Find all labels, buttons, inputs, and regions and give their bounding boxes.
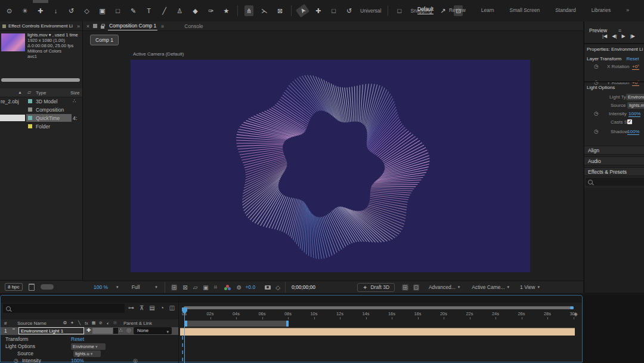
- fast-previews-dropdown[interactable]: Advanced...▾: [429, 284, 460, 290]
- workspace-overflow-chevrons[interactable]: »: [626, 7, 629, 13]
- snapping-checkbox[interactable]: □: [395, 5, 404, 16]
- camera-track-tool[interactable]: ◇: [82, 5, 91, 16]
- column-number[interactable]: #: [4, 321, 7, 326]
- switch-column-icon-0[interactable]: ❂: [62, 321, 68, 325]
- intensity-stopwatch-icon[interactable]: ◷: [594, 110, 599, 116]
- footage-name[interactable]: lights.mov ▾ , used 1 time: [27, 32, 78, 38]
- pen-tool[interactable]: ✎: [129, 5, 138, 16]
- intensity-value[interactable]: 100%: [628, 111, 640, 117]
- view-layout-dropdown[interactable]: 1 View▾: [520, 284, 540, 290]
- work-area-end-handle[interactable]: [286, 321, 289, 327]
- section-align[interactable]: Align: [584, 146, 644, 155]
- camera-orbit-tool[interactable]: ✚: [36, 5, 45, 16]
- workspace-libraries[interactable]: Libraries: [592, 7, 611, 13]
- zoom-tool[interactable]: ⊙: [5, 5, 14, 16]
- tab-console[interactable]: Console: [184, 23, 203, 29]
- renderer-icon-1[interactable]: ⊡: [413, 284, 419, 291]
- resolution-value[interactable]: Full: [132, 284, 140, 290]
- view-axis-mode[interactable]: ⊠: [275, 5, 284, 16]
- size-column-header[interactable]: Size: [70, 90, 80, 96]
- composition-viewport[interactable]: [131, 60, 530, 272]
- rectangle-tool[interactable]: □: [329, 5, 338, 16]
- switch-column-icon-5[interactable]: ⊘: [98, 321, 104, 325]
- magnification-value[interactable]: 100 %: [94, 284, 108, 290]
- transport-next-frame-button[interactable]: |▶: [630, 33, 635, 39]
- channels-icon[interactable]: [224, 285, 231, 290]
- comp-breadcrumb-button[interactable]: Comp 1: [90, 35, 119, 45]
- puppet-pin-tool[interactable]: ★: [222, 5, 231, 16]
- active-camera-label[interactable]: Active Camera (Default): [133, 51, 184, 57]
- draft-3d-button[interactable]: ✦ Draft 3D: [357, 283, 395, 292]
- hand-tool[interactable]: ✳: [20, 5, 29, 16]
- switch-cell[interactable]: [113, 328, 118, 334]
- comp-marker-bin-icon[interactable]: ◈: [574, 311, 578, 317]
- bit-depth-button[interactable]: 8 bpc: [5, 283, 23, 291]
- clone-stamp-tool[interactable]: ♙: [175, 5, 184, 16]
- type-tool[interactable]: T: [144, 5, 153, 16]
- switch-column-icon-2[interactable]: ╲: [76, 321, 82, 325]
- prop-row-transform[interactable]: Transform Reset: [1, 336, 178, 343]
- shy-icon[interactable]: ⊼: [140, 304, 144, 311]
- intensity-pickwhip-icon[interactable]: ◎: [133, 358, 138, 363]
- project-row-quicktime[interactable]: QuickTime4:: [0, 114, 82, 122]
- pan-behind-tool[interactable]: ▣: [98, 5, 107, 16]
- work-area-start-handle[interactable]: [185, 321, 187, 327]
- light-source-dropdown[interactable]: lights.mo: [627, 102, 644, 109]
- workspace-standard[interactable]: Standard: [555, 7, 576, 13]
- project-row-composition[interactable]: Composition: [0, 106, 82, 113]
- trash-icon[interactable]: [29, 284, 35, 291]
- parent-dropdown[interactable]: None ▾: [134, 327, 172, 334]
- roto-brush-tool[interactable]: ✑: [206, 5, 215, 16]
- selection-tool[interactable]: ➤: [296, 4, 309, 18]
- snapshot-camera-icon[interactable]: [265, 285, 271, 290]
- switch-column-icon-6[interactable]: ◐: [105, 321, 111, 325]
- add-vertex-tool[interactable]: ✚: [314, 5, 323, 16]
- render-toggle[interactable]: [41, 284, 54, 290]
- type-column-header[interactable]: Type: [36, 90, 46, 96]
- switch-column-icon-3[interactable]: fx: [83, 321, 89, 325]
- layer-duration-bar[interactable]: [180, 328, 575, 336]
- timeline-search-input[interactable]: [3, 304, 125, 313]
- camera-dolly-tool[interactable]: ↓: [51, 5, 60, 16]
- view-option-icon-1[interactable]: ⊠: [182, 284, 187, 291]
- switch-column-icon-1[interactable]: ✦: [69, 321, 75, 325]
- work-area-bar[interactable]: [185, 321, 289, 327]
- view-option-icon-4[interactable]: ⌗: [214, 284, 218, 291]
- footage-thumbnail[interactable]: [1, 33, 25, 51]
- parent-pickwhip-icon[interactable]: ◎: [126, 327, 131, 333]
- prop-row-intensity[interactable]: ◷ Intensity 100% ◎: [1, 358, 178, 363]
- eraser-tool[interactable]: ◆: [191, 5, 200, 16]
- prop-row-light-options[interactable]: Light Options Environme ▾: [1, 343, 178, 350]
- composition-flowchart-icon[interactable]: ⊶: [128, 304, 134, 311]
- section-effects-presets[interactable]: Effects & Presets: [584, 167, 644, 176]
- workspace-small-screen[interactable]: Small Screen: [510, 7, 540, 13]
- rotation-stopwatch-icon[interactable]: ◷: [594, 63, 599, 69]
- rotation-value[interactable]: +0°: [632, 64, 639, 70]
- sort-icon[interactable]: ▲: [18, 90, 22, 94]
- view-option-icon-0[interactable]: ⊞: [171, 284, 177, 291]
- transform-reset-button[interactable]: Reset: [71, 336, 84, 342]
- shadow-value[interactable]: 100%: [627, 129, 639, 135]
- view-option-icon-2[interactable]: ▱: [193, 284, 198, 291]
- local-axis-mode[interactable]: ⋔: [244, 5, 253, 16]
- project-row-3d-model[interactable]: re_2.obj3D Model∴: [0, 97, 82, 105]
- section-audio[interactable]: Audio: [584, 156, 644, 165]
- brush-tool[interactable]: ╱: [160, 5, 169, 16]
- casts-shadows-checkbox[interactable]: ✓: [627, 119, 632, 124]
- workspace-learn[interactable]: Learn: [481, 7, 494, 13]
- transform-reset-link[interactable]: Reset: [626, 56, 639, 61]
- camera-dropdown[interactable]: Active Came...▾: [472, 284, 509, 290]
- gear-icon[interactable]: ⚙: [236, 284, 242, 291]
- tab-composition[interactable]: Composition Comp 1: [108, 22, 157, 30]
- transport-previous-frame-button[interactable]: ◀|: [612, 33, 617, 39]
- timeline-horizontal-scrollbar[interactable]: [184, 306, 574, 309]
- switch-column-icon-7[interactable]: ☉: [112, 321, 118, 325]
- lock-icon[interactable]: [101, 26, 104, 29]
- layer-switches[interactable]: [92, 328, 113, 334]
- effect-controls-tab[interactable]: Effect Controls Environment Li »: [0, 21, 82, 31]
- magnification-dropdown-icon[interactable]: ▾: [116, 285, 119, 290]
- project-item-name[interactable]: re_2.obj: [1, 99, 26, 104]
- rotate-mode-icon[interactable]: ↺: [345, 5, 354, 16]
- panel-menu-icon[interactable]: ≡: [161, 23, 164, 29]
- timecode-display[interactable]: 0;00;00;00: [288, 284, 319, 291]
